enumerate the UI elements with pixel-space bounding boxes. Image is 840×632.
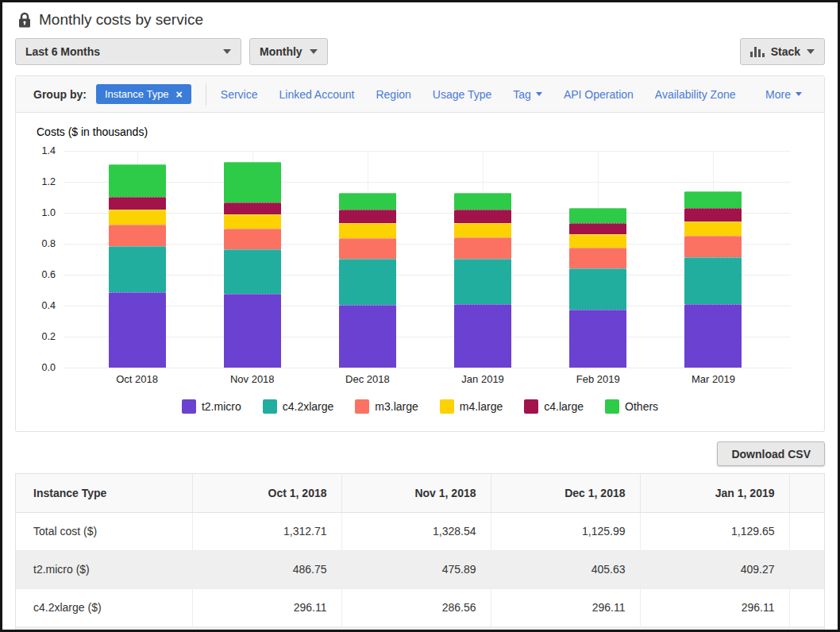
bar-segment-c4-2xlarge[interactable] bbox=[339, 259, 396, 305]
bar-segment-c4-large[interactable] bbox=[454, 210, 511, 223]
bar-segment-c4-large[interactable] bbox=[684, 208, 742, 222]
bar-segment-c4-large[interactable] bbox=[224, 202, 281, 214]
legend-swatch bbox=[355, 399, 369, 414]
stacked-bar-oct-2018[interactable] bbox=[109, 164, 166, 368]
bar-segment-c4-large[interactable] bbox=[109, 197, 166, 209]
bar-segment-c4-2xlarge[interactable] bbox=[569, 268, 626, 310]
bar-segment-m4-large[interactable] bbox=[224, 214, 281, 229]
bar-segment-others[interactable] bbox=[109, 164, 166, 197]
group-by-selected-pill[interactable]: Instance Type × bbox=[96, 84, 191, 104]
bar-segment-c4-large[interactable] bbox=[339, 210, 396, 224]
group-by-link-linked-account[interactable]: Linked Account bbox=[279, 88, 354, 101]
toolbar: Last 6 Months Monthly Stack bbox=[15, 38, 825, 65]
table-body: Total cost ($)1,312.711,328.541,125.991,… bbox=[16, 512, 824, 626]
cell-partial bbox=[789, 588, 824, 626]
stacked-bar-dec-2018[interactable] bbox=[339, 193, 396, 368]
legend-item-others[interactable]: Others bbox=[605, 399, 658, 414]
chevron-down-icon bbox=[536, 92, 542, 96]
legend-item-c4-large[interactable]: c4.large bbox=[524, 399, 584, 414]
stacked-bar-feb-2019[interactable] bbox=[569, 208, 626, 368]
bar-segment-t2-micro[interactable] bbox=[339, 305, 396, 368]
cell-value: 296.11 bbox=[640, 588, 789, 626]
bar-segment-m4-large[interactable] bbox=[684, 222, 742, 236]
bar-segment-m3-large[interactable] bbox=[569, 248, 626, 268]
chart-legend: t2.microc4.2xlargem3.largem4.largec4.lar… bbox=[16, 399, 824, 414]
bar-segment-t2-micro[interactable] bbox=[454, 304, 511, 368]
group-by-link-tag[interactable]: Tag bbox=[513, 88, 542, 101]
x-tick-label: Feb 2019 bbox=[541, 373, 656, 385]
bar-segment-others[interactable] bbox=[454, 193, 511, 210]
bar-segment-m3-large[interactable] bbox=[454, 237, 511, 259]
legend-label: m4.large bbox=[460, 400, 503, 413]
chart-plot: 1.41.21.00.80.60.40.20.0 bbox=[64, 151, 791, 368]
group-by-link-usage-type[interactable]: Usage Type bbox=[433, 88, 491, 101]
group-by-link-more[interactable]: More bbox=[765, 88, 802, 101]
y-tick-label: 0.2 bbox=[29, 331, 56, 342]
bar-segment-c4-2xlarge[interactable] bbox=[454, 259, 511, 305]
chart-x-axis: Oct 2018Nov 2018Dec 2018Jan 2019Feb 2019… bbox=[79, 373, 771, 385]
bar-segment-c4-2xlarge[interactable] bbox=[684, 257, 742, 304]
bar-segment-others[interactable] bbox=[569, 208, 626, 223]
bar-segment-m4-large[interactable] bbox=[339, 223, 396, 237]
group-by-links: ServiceLinked AccountRegionUsage TypeTag… bbox=[221, 88, 815, 101]
bar-chart-icon bbox=[750, 46, 765, 57]
link-label: Service bbox=[221, 88, 258, 101]
group-by-link-availability-zone[interactable]: Availability Zone bbox=[655, 88, 736, 101]
column-header-oct-1-2018: Oct 1, 2018 bbox=[192, 474, 341, 512]
chevron-down-icon bbox=[796, 92, 802, 96]
gridline bbox=[64, 368, 791, 368]
bar-segment-c4-2xlarge[interactable] bbox=[224, 249, 281, 294]
legend-label: c4.large bbox=[544, 400, 584, 413]
legend-label: c4.2xlarge bbox=[283, 400, 334, 413]
column-header-dec-1-2018: Dec 1, 2018 bbox=[491, 474, 640, 512]
bar-segment-others[interactable] bbox=[224, 162, 281, 202]
legend-label: m3.large bbox=[375, 400, 418, 413]
group-by-link-region[interactable]: Region bbox=[376, 88, 410, 101]
bar-segment-m3-large[interactable] bbox=[339, 238, 396, 260]
row-label: c4.2xlarge ($) bbox=[16, 588, 192, 626]
stacked-bar-nov-2018[interactable] bbox=[224, 162, 281, 368]
cell-value: 296.11 bbox=[491, 588, 640, 626]
bar-segment-c4-large[interactable] bbox=[569, 223, 626, 234]
group-by-link-service[interactable]: Service bbox=[221, 88, 258, 101]
bar-segment-others[interactable] bbox=[339, 193, 396, 209]
bar-segment-t2-micro[interactable] bbox=[569, 310, 626, 368]
group-by-link-api-operation[interactable]: API Operation bbox=[564, 88, 634, 101]
legend-item-m4-large[interactable]: m4.large bbox=[440, 399, 503, 414]
costs-table: Instance TypeOct 1, 2018Nov 1, 2018Dec 1… bbox=[15, 473, 825, 632]
legend-swatch bbox=[182, 399, 196, 414]
link-label: Availability Zone bbox=[655, 88, 736, 101]
bar-segment-m3-large[interactable] bbox=[109, 225, 166, 246]
cell-value: 1,125.99 bbox=[491, 512, 640, 550]
bar-segment-m4-large[interactable] bbox=[454, 223, 511, 237]
granularity-dropdown[interactable]: Monthly bbox=[249, 38, 328, 65]
download-csv-button[interactable]: Download CSV bbox=[717, 441, 825, 466]
cell-partial bbox=[789, 512, 824, 550]
x-tick-label: Dec 2018 bbox=[310, 373, 425, 385]
link-label: Region bbox=[376, 88, 410, 101]
chart-style-dropdown[interactable]: Stack bbox=[740, 38, 825, 65]
link-label: API Operation bbox=[564, 88, 634, 101]
legend-item-m3-large[interactable]: m3.large bbox=[355, 399, 418, 414]
granularity-value: Monthly bbox=[260, 45, 302, 58]
bar-segment-others[interactable] bbox=[684, 191, 742, 208]
legend-item-c4-2xlarge[interactable]: c4.2xlarge bbox=[263, 399, 334, 414]
bar-segment-m4-large[interactable] bbox=[569, 234, 626, 248]
bar-segment-m3-large[interactable] bbox=[684, 236, 742, 257]
date-range-dropdown[interactable]: Last 6 Months bbox=[15, 38, 241, 65]
table-row-c4-2xlarge: c4.2xlarge ($)296.11286.56296.11296.11 bbox=[16, 588, 824, 626]
bar-segment-t2-micro[interactable] bbox=[224, 294, 281, 368]
stacked-bar-mar-2019[interactable] bbox=[684, 191, 742, 368]
chevron-down-icon bbox=[807, 49, 815, 54]
bar-segment-m4-large[interactable] bbox=[109, 210, 166, 225]
close-icon[interactable]: × bbox=[176, 89, 183, 100]
chevron-down-icon bbox=[223, 49, 231, 54]
bar-segment-t2-micro[interactable] bbox=[109, 292, 166, 368]
bar-segment-m3-large[interactable] bbox=[224, 229, 281, 250]
link-label: More bbox=[765, 88, 791, 101]
y-tick-label: 1.4 bbox=[29, 145, 56, 156]
legend-item-t2-micro[interactable]: t2.micro bbox=[182, 399, 241, 414]
bar-segment-c4-2xlarge[interactable] bbox=[109, 246, 166, 292]
stacked-bar-jan-2019[interactable] bbox=[454, 193, 511, 368]
bar-segment-t2-micro[interactable] bbox=[684, 304, 742, 368]
